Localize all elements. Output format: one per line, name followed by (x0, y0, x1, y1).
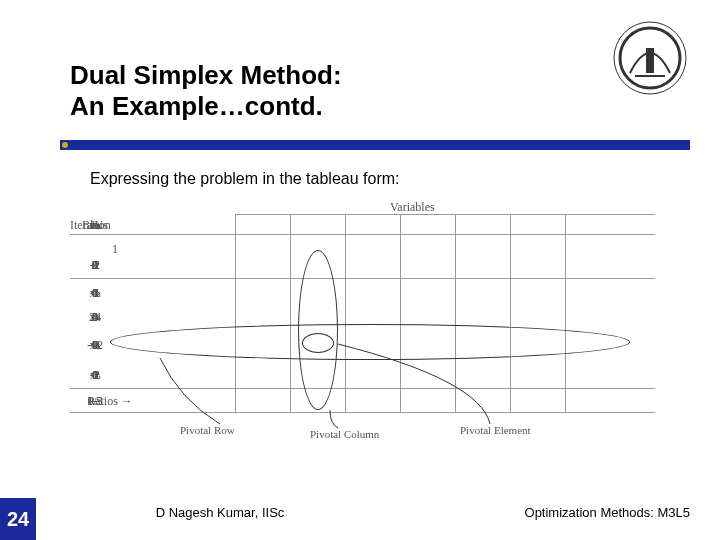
cell: -12 (70, 338, 120, 353)
footer-author: D Nagesh Kumar, IISc (0, 505, 440, 520)
cell: 24 (70, 310, 120, 325)
ratios-row: Ratios → 0.5 1/3 -- -- -- -- (70, 394, 655, 414)
table-header-row: Iteration Basis Z x₁ x₂ x₃ x₄ x₅ x₆ bᵣ (70, 218, 655, 238)
cell: -- (70, 394, 120, 409)
pivotal-row: x₅ 0 -4 -3 0 0 1 0 -12 (70, 338, 655, 358)
subtitle-text: Expressing the problem in the tableau fo… (90, 170, 400, 188)
slide-title: Dual Simplex Method: An Example…contd. (70, 60, 342, 122)
col-br: bᵣ (70, 218, 120, 233)
col-sep (455, 214, 456, 412)
simplex-tableau: Variables Iteration Basis Z x₁ x₂ x₃ x₄ … (70, 200, 660, 440)
rule (235, 214, 655, 215)
variables-heading: Variables (390, 200, 435, 215)
pivotal-element-label: Pivotal Element (460, 424, 531, 436)
table-row: Z 1 -2 -1 0 0 0 0 0 (70, 258, 655, 278)
cell: 0 (70, 258, 120, 273)
rule (70, 388, 655, 389)
rule (70, 278, 655, 279)
title-line-1: Dual Simplex Method: (70, 60, 342, 91)
title-dot (62, 142, 68, 148)
rule (70, 234, 655, 235)
col-sep (345, 214, 346, 412)
footer-course: Optimization Methods: M3L5 (525, 505, 690, 520)
title-underline (60, 140, 690, 150)
cell: -1 (70, 368, 120, 383)
iteration-value: 1 (90, 242, 140, 257)
col-sep (290, 214, 291, 412)
col-sep (565, 214, 566, 412)
title-line-2: An Example…contd. (70, 91, 342, 122)
pivotal-column-label: Pivotal Column (310, 428, 379, 440)
institute-logo (610, 18, 690, 98)
table-row: x₆ 0 1 -2 0 0 0 1 -1 (70, 368, 655, 388)
pivotal-row-label: Pivotal Row (180, 424, 235, 436)
svg-rect-2 (646, 48, 654, 73)
cell: -1 (70, 286, 120, 301)
table-row: x₃ 0 1 -1 1 0 0 0 -1 (70, 286, 655, 306)
col-sep (510, 214, 511, 412)
col-sep (235, 214, 236, 412)
rule (70, 412, 655, 413)
col-sep (400, 214, 401, 412)
table-row: x₄ 0 3 4 0 1 0 0 24 (70, 310, 655, 330)
